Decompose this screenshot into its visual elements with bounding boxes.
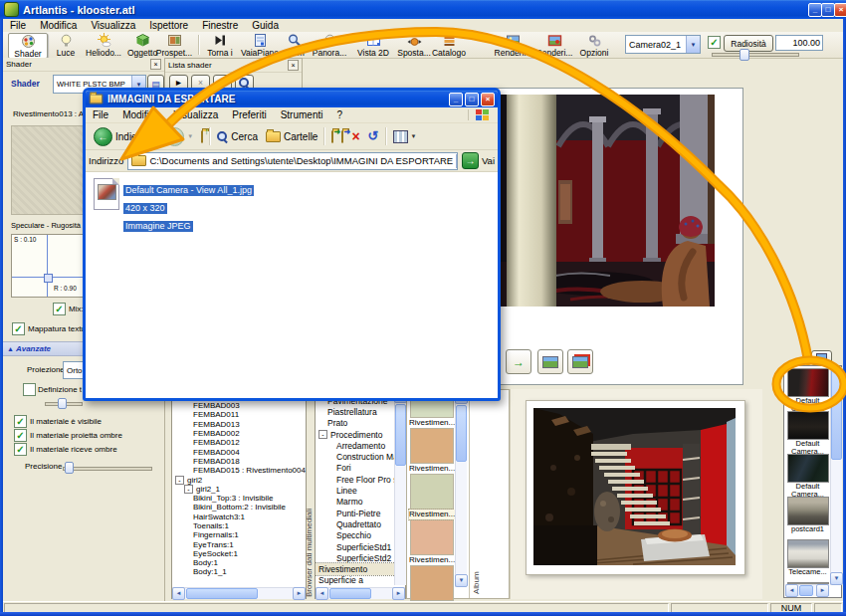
- scroll-down-icon[interactable]: ▼: [455, 574, 468, 587]
- chevron-down-icon[interactable]: ▼: [686, 36, 700, 53]
- menu-visualizza[interactable]: Visualizza: [84, 20, 142, 31]
- texture-vscrollbar[interactable]: ▲ ▼: [455, 391, 467, 587]
- tree-item[interactable]: Bikini_Bottom:2 : Invisibile: [172, 503, 306, 512]
- tree-item[interactable]: Superficie a: [316, 575, 405, 586]
- tree-item[interactable]: -girl2: [172, 475, 306, 484]
- catalog-tree-vscrollbar[interactable]: ▲: [394, 390, 406, 585]
- continue-render-button[interactable]: →: [506, 349, 531, 374]
- camera-select[interactable]: Camera02_1 ▼: [625, 35, 701, 54]
- tree-item[interactable]: Specchio: [316, 530, 405, 541]
- scroll-left-icon[interactable]: ◄: [785, 584, 798, 597]
- texture-swatch[interactable]: [410, 474, 454, 510]
- tree-item[interactable]: FEMBAD011: [172, 410, 306, 419]
- scene-tree-hscrollbar[interactable]: ◄ ►: [172, 587, 306, 599]
- move-to-button[interactable]: ➜: [327, 131, 337, 142]
- dialog-menu-visualizza[interactable]: Visualizza: [166, 109, 225, 120]
- dialog-close-button[interactable]: ×: [481, 93, 495, 106]
- radiosity-slider-thumb[interactable]: [740, 49, 749, 61]
- dialog-title-bar[interactable]: IMMAGINI DA ESPORTARE _ □ ×: [86, 91, 498, 107]
- scroll-down-icon[interactable]: ▼: [830, 572, 843, 585]
- close-button[interactable]: ×: [834, 3, 846, 17]
- sposta-tool-button[interactable]: Sposta...: [395, 33, 433, 57]
- tree-expander-icon[interactable]: -: [318, 430, 327, 439]
- texture-swatch[interactable]: [410, 519, 454, 555]
- precision-slider-thumb[interactable]: [65, 462, 74, 474]
- rendering-tool-button[interactable]: Renderi...: [493, 33, 532, 57]
- tree-item[interactable]: FEMBAD018: [172, 457, 306, 466]
- tree-item[interactable]: Marmo: [316, 497, 405, 508]
- scroll-thumb[interactable]: [395, 404, 406, 466]
- chevron-down-icon[interactable]: ▼: [456, 154, 458, 168]
- luce-tool-button[interactable]: Luce: [50, 33, 82, 57]
- dialog-menu-file[interactable]: File: [86, 109, 115, 120]
- tree-item[interactable]: Rivestimento: [316, 563, 405, 574]
- jpeg-file-icon[interactable]: [94, 178, 119, 210]
- scroll-thumb[interactable]: [456, 405, 467, 462]
- material-receives-shadows-checkbox[interactable]: ✓: [14, 443, 27, 456]
- tree-item[interactable]: -girl2_1: [172, 485, 306, 494]
- catalogo-tool-button[interactable]: Catalogo: [429, 33, 469, 57]
- maximize-button[interactable]: □: [821, 3, 835, 17]
- view-thumbnail[interactable]: [787, 539, 829, 568]
- scroll-thumb[interactable]: [799, 585, 813, 596]
- heliodon-tool-button[interactable]: Heliodo...: [84, 33, 123, 57]
- definition-slider-thumb[interactable]: [58, 398, 67, 409]
- tree-item[interactable]: HairSwatch3:1: [172, 513, 306, 521]
- menu-finestre[interactable]: Finestre: [195, 20, 245, 31]
- material-casts-shadows-checkbox[interactable]: ✓: [14, 429, 27, 442]
- selected-file-item[interactable]: Default Camera - View All_1.jpg 420 x 32…: [123, 179, 254, 233]
- tree-item[interactable]: SuperficieStd2: [316, 552, 405, 563]
- tree-item[interactable]: Piastrellatura: [316, 406, 405, 417]
- panorama-tool-button[interactable]: Panora...: [310, 33, 349, 57]
- render-export-button[interactable]: [567, 349, 593, 374]
- scroll-right-icon[interactable]: ►: [392, 587, 405, 600]
- tree-item[interactable]: Prato: [316, 418, 405, 429]
- scroll-thumb[interactable]: [329, 588, 371, 599]
- tree-item[interactable]: Body:1_1: [172, 567, 306, 576]
- scroll-thumb[interactable]: [186, 588, 258, 599]
- tree-item[interactable]: Free Floor Pro sh: [316, 474, 405, 485]
- tree-item[interactable]: FEMBAD004: [172, 447, 306, 456]
- back-button[interactable]: ← Indietro ▼: [90, 127, 161, 146]
- close-panel-icon[interactable]: ×: [150, 59, 161, 70]
- menu-ispettore[interactable]: Ispettore: [142, 20, 195, 31]
- view-thumbnail[interactable]: [787, 497, 829, 525]
- texture-swatch[interactable]: [410, 565, 454, 601]
- scroll-left-icon[interactable]: ◄: [172, 587, 185, 600]
- dialog-menu-preferiti[interactable]: Preferiti: [225, 109, 273, 120]
- dialog-minimize-button[interactable]: _: [449, 93, 463, 106]
- folders-button[interactable]: Cartelle: [262, 131, 321, 142]
- tree-item[interactable]: Body:1: [172, 558, 306, 567]
- menu-modifica[interactable]: Modifica: [33, 20, 84, 31]
- radiosity-slider-track[interactable]: [712, 53, 799, 57]
- album-mode-button[interactable]: [811, 350, 832, 365]
- views-button[interactable]: ▼: [389, 130, 421, 143]
- menu-file[interactable]: File: [3, 20, 33, 31]
- dialog-menu-modifica[interactable]: Modifica: [115, 109, 166, 120]
- mix-checkbox[interactable]: ✓: [53, 303, 66, 315]
- tree-item[interactable]: Toenails:1: [172, 521, 306, 530]
- view-thumbnail[interactable]: [787, 411, 829, 440]
- shader-tool-button[interactable]: Shader: [8, 33, 48, 59]
- texture-mapping-checkbox[interactable]: ✓: [12, 322, 25, 335]
- search-button[interactable]: Cerca: [213, 131, 262, 142]
- tree-item[interactable]: SuperficieStd1: [316, 541, 405, 552]
- definition-checkbox[interactable]: ✓: [23, 383, 36, 396]
- radiosity-checkbox[interactable]: ✓: [708, 36, 721, 49]
- postcard-render-view[interactable]: [533, 408, 736, 565]
- views-vscrollbar[interactable]: ▼: [830, 367, 842, 585]
- up-button[interactable]: ↑: [197, 131, 207, 142]
- dialog-menu-strumenti[interactable]: Strumenti: [274, 109, 330, 120]
- main-render-view[interactable]: [501, 95, 715, 307]
- tree-item[interactable]: FEMBAD012: [172, 438, 306, 447]
- tree-item[interactable]: -Procedimento: [316, 429, 405, 440]
- minimize-button[interactable]: _: [808, 3, 822, 17]
- tree-item[interactable]: Quadrettato: [316, 518, 405, 529]
- render-snapshot-button[interactable]: [537, 349, 563, 374]
- vista2d-tool-button[interactable]: Vista 2D: [353, 33, 393, 57]
- undo-button[interactable]: ↺: [364, 130, 383, 142]
- dialog-maximize-button[interactable]: □: [465, 93, 479, 106]
- material-visible-checkbox[interactable]: ✓: [14, 415, 27, 428]
- tree-item[interactable]: EyeTrans:1: [172, 539, 306, 548]
- scroll-thumb[interactable]: [831, 368, 842, 460]
